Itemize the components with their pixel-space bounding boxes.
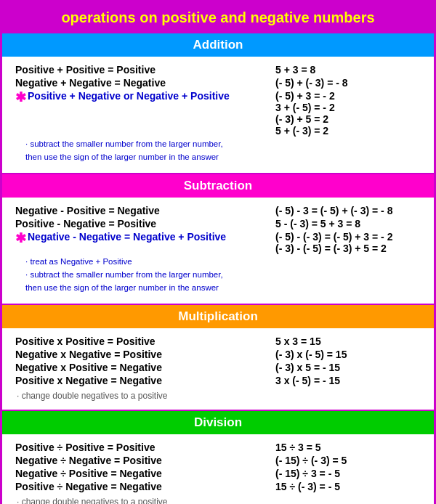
rule-left: Positive ÷ Negative = Negative [15,481,275,492]
addition-header: Addition [2,33,434,57]
rule-left: Negative ÷ Negative = Positive [15,455,275,466]
multiplication-section: Multiplication Positive x Positive = Pos… [2,305,434,410]
subtraction-section: Subtraction Negative - Positive = Negati… [2,174,434,304]
rule-right: (- 3) x 5 = - 15 [275,362,421,373]
rule-right: (- 3) x (- 5) = 15 [275,349,421,360]
rule-right: (- 15) ÷ 3 = - 5 [275,468,421,479]
table-row: Positive ÷ Negative = Negative 15 ÷ (- 3… [15,481,421,492]
rule-right: (- 5) + (- 3) = - 8 [275,77,421,89]
table-row: Negative ÷ Positive = Negative (- 15) ÷ … [15,468,421,479]
rule-right: 5 x 3 = 15 [275,336,421,347]
star-row: ✱ Negative - Negative = Negative + Posit… [15,231,421,254]
rule-left: Positive x Positive = Positive [15,336,275,347]
star-left: ✱ Negative - Negative = Negative + Posit… [15,231,275,247]
multiplication-header: Multiplication [2,305,434,328]
star-left: ✱ Positive + Negative or Negative + Posi… [15,90,275,106]
rule-right: 5 + 3 = 8 [275,64,421,76]
star-label: Positive + Negative or Negative + Positi… [28,90,275,102]
note-text: · treat as Negative + Positive [25,256,421,267]
division-section: Division Positive ÷ Positive = Positive … [2,411,434,504]
addition-section: Addition Positive + Positive = Positive … [2,33,434,173]
division-header: Division [2,411,434,434]
main-title: operations on positive and negative numb… [2,2,434,33]
table-row: Positive - Negative = Positive 5 - (- 3)… [15,218,421,229]
subtraction-content: Negative - Positive = Negative (- 5) - 3… [2,198,434,304]
rule-right: 15 ÷ (- 3) = - 5 [275,481,421,492]
rule-left: Positive + Positive = Positive [15,64,275,76]
rule-right: 3 + (- 5) = - 2 [275,102,421,113]
rule-right: (- 5) - 3 = (- 5) + (- 3) = - 8 [275,205,421,216]
rule-left: Positive ÷ Positive = Positive [15,442,275,453]
multiplication-content: Positive x Positive = Positive 5 x 3 = 1… [2,328,434,410]
rule-left: Positive x Negative = Negative [15,375,275,386]
table-row: Positive x Positive = Positive 5 x 3 = 1… [15,336,421,347]
rule-right: 5 - (- 3) = 5 + 3 = 8 [275,218,421,229]
table-row: Positive + Positive = Positive 5 + 3 = 8 [15,64,421,76]
table-row: Positive ÷ Positive = Positive 15 ÷ 3 = … [15,442,421,453]
table-row: Negative + Negative = Negative (- 5) + (… [15,77,421,89]
subtraction-header: Subtraction [2,174,434,198]
rule-right: (- 15) ÷ (- 3) = 5 [275,455,421,466]
note-text: then use the sign of the larger number i… [25,282,421,293]
rule-right: 5 + (- 3) = 2 [275,125,421,137]
star-right-values: (- 5) - (- 3) = (- 5) + 3 = - 2 (- 3) - … [275,231,421,254]
rule-left: Negative - Positive = Negative [15,205,275,216]
note-text: · subtract the smaller number from the l… [25,138,421,150]
star-label: Negative - Negative = Negative + Positiv… [28,231,275,243]
footer-note: · change double negatives to a positive [17,497,421,504]
note-text: · subtract the smaller number from the l… [25,269,421,280]
table-row: Negative - Positive = Negative (- 5) - 3… [15,205,421,216]
rule-right: (- 5) + 3 = - 2 [275,90,421,102]
page-wrapper: operations on positive and negative numb… [0,0,436,504]
star-icon: ✱ [15,90,26,106]
rule-right: (- 3) - (- 5) = (- 3) + 5 = 2 [275,243,421,254]
star-right-values: (- 5) + 3 = - 2 3 + (- 5) = - 2 (- 3) + … [275,90,421,137]
table-row: Negative x Positive = Negative (- 3) x 5… [15,362,421,373]
rule-left: Negative + Negative = Negative [15,77,275,89]
rule-left: Negative x Negative = Positive [15,349,275,360]
rule-left: Positive - Negative = Positive [15,218,275,229]
division-content: Positive ÷ Positive = Positive 15 ÷ 3 = … [2,434,434,504]
rule-right: (- 3) + 5 = 2 [275,113,421,125]
rule-right: 3 x (- 5) = - 15 [275,375,421,386]
table-row: Negative ÷ Negative = Positive (- 15) ÷ … [15,455,421,466]
rule-right: (- 5) - (- 3) = (- 5) + 3 = - 2 [275,231,421,243]
footer-note: · change double negatives to a positive [17,391,421,401]
star-row: ✱ Positive + Negative or Negative + Posi… [15,90,421,137]
table-row: Negative x Negative = Positive (- 3) x (… [15,349,421,360]
note-text: then use the sign of the larger number i… [25,151,421,163]
rule-left: Negative x Positive = Negative [15,362,275,373]
rule-right: 15 ÷ 3 = 5 [275,442,421,453]
table-row: Positive x Negative = Negative 3 x (- 5)… [15,375,421,386]
addition-content: Positive + Positive = Positive 5 + 3 = 8… [2,57,434,173]
rule-left: Negative ÷ Positive = Negative [15,468,275,479]
star-icon: ✱ [15,231,26,247]
